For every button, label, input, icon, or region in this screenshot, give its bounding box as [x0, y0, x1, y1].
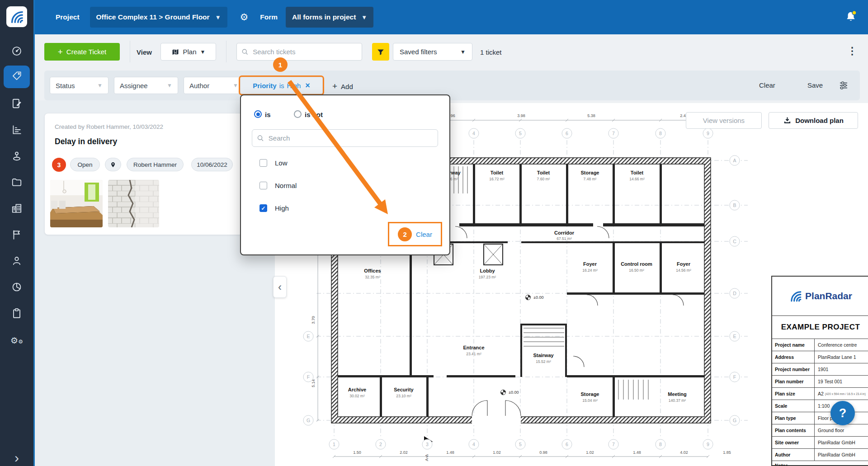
location-pill[interactable]	[105, 158, 121, 171]
room-label: Entrance	[463, 345, 484, 350]
room-label: Corridor	[554, 230, 575, 235]
due-date-pill[interactable]: 10/06/2022	[191, 158, 233, 171]
sidebar-item-tasks[interactable]	[0, 303, 33, 325]
planradar-logo[interactable]	[6, 6, 27, 27]
svg-text:6: 6	[566, 442, 568, 447]
flag-icon	[11, 229, 23, 242]
svg-text:1.02: 1.02	[586, 450, 594, 455]
popup-option-checkbox-2[interactable]	[259, 204, 267, 212]
svg-text:A: A	[733, 158, 736, 163]
toolbar-divider	[226, 41, 226, 62]
sidebar-item-forms[interactable]	[0, 93, 33, 116]
search-icon	[241, 48, 248, 56]
step-1-badge: 1	[273, 57, 288, 72]
ticket-photo-cracked-wall[interactable]	[108, 180, 159, 227]
planradar-logo-icon	[9, 9, 24, 24]
popup-option-checkbox-1[interactable]	[259, 182, 267, 189]
popup-option-label-normal[interactable]: Normal	[275, 182, 297, 189]
funnel-icon	[377, 48, 385, 56]
sidebar-item-statistics[interactable]	[0, 119, 33, 142]
ticket-created-line: Created by Robert Hammer, 10/03/2022	[55, 123, 163, 130]
chevron-down-icon: ▼	[167, 82, 172, 89]
filter-bar: Status▼ Assignee▼ Author▼ Priority is Hi…	[44, 71, 860, 100]
project-selector[interactable]: Office Complex 11 > Ground Floor▼	[90, 7, 227, 28]
view-versions-button[interactable]: View versions	[686, 112, 762, 129]
dashboard-icon	[11, 45, 23, 59]
assignee-pill[interactable]: Robert Hammer	[127, 158, 184, 171]
svg-text:2.02: 2.02	[400, 450, 408, 455]
radio-is[interactable]	[254, 110, 262, 118]
ticket-photo-meeting-room[interactable]	[50, 180, 103, 227]
buildings-icon	[11, 202, 23, 216]
priority-badge: 3	[52, 158, 66, 172]
svg-text:1: 1	[333, 442, 335, 447]
help-button[interactable]: ?	[830, 401, 855, 425]
download-icon	[783, 116, 792, 125]
popup-search-box[interactable]	[252, 129, 438, 147]
sidebar-item-reports[interactable]	[0, 277, 33, 299]
svg-text:C: C	[733, 239, 736, 244]
room-label: Lobby	[480, 268, 495, 273]
svg-text:4.02: 4.02	[680, 450, 688, 455]
svg-text:197.23 m²: 197.23 m²	[479, 275, 496, 279]
room-label: Meeting	[668, 391, 687, 397]
svg-text:7: 7	[612, 131, 615, 136]
filter-toggle-button[interactable]	[372, 43, 389, 61]
popup-option-label-high[interactable]: High	[275, 204, 289, 212]
radio-is-not-label: is not	[305, 111, 323, 118]
sidebar-item-settings[interactable]: ⚙⚙	[0, 329, 33, 352]
svg-text:E: E	[733, 334, 736, 339]
bell-icon	[844, 10, 858, 24]
sidebar-item-tickets[interactable]	[0, 66, 33, 88]
search-tickets-input[interactable]	[252, 47, 357, 56]
popup-search-input[interactable]	[268, 134, 433, 142]
add-filter-button[interactable]: +Add	[332, 81, 353, 91]
filter-chip-author[interactable]: Author▼	[184, 77, 244, 94]
radio-is-not[interactable]	[294, 110, 302, 118]
kebab-menu-icon[interactable]: ⋮	[847, 45, 858, 57]
collapse-panel-button[interactable]: ‹	[273, 276, 287, 298]
search-tickets-box[interactable]	[236, 43, 362, 61]
view-mode-selector[interactable]: Plan ▼	[160, 43, 216, 61]
create-ticket-button[interactable]: + Create Ticket	[44, 43, 120, 61]
stairs-and-elevators	[431, 166, 648, 400]
svg-text:8: 8	[659, 442, 662, 447]
filter-chip-status[interactable]: Status▼	[50, 77, 108, 94]
download-plan-button[interactable]: Download plan	[769, 112, 858, 129]
sidebar-item-users[interactable]	[0, 250, 33, 273]
saved-filters-selector[interactable]: Saved filters ▼	[393, 43, 472, 61]
sidebar-item-dashboard[interactable]	[0, 41, 33, 63]
project-settings-gear-icon[interactable]: ⚙	[240, 12, 249, 23]
svg-text:1.48: 1.48	[633, 450, 641, 455]
room-label: Storage	[581, 391, 599, 397]
sidebar-item-companies[interactable]	[0, 198, 33, 221]
notifications-bell[interactable]	[844, 10, 858, 26]
popup-option-checkbox-0[interactable]	[259, 159, 267, 167]
svg-text:E: E	[307, 334, 310, 339]
sliders-icon[interactable]	[838, 80, 849, 91]
close-icon[interactable]: ×	[305, 81, 310, 90]
sidebar-expand-button[interactable]: ›	[0, 447, 33, 466]
sidebar-item-site-inspection[interactable]	[0, 146, 33, 168]
filter-chip-assignee[interactable]: Assignee▼	[114, 77, 178, 94]
popup-option-label-low[interactable]: Low	[275, 159, 288, 167]
svg-text:3.70: 3.70	[311, 316, 316, 324]
person-pin-icon	[11, 150, 23, 164]
sidebar-item-flags[interactable]	[0, 224, 33, 247]
ticket-card[interactable]: Created by Robert Hammer, 10/03/2022 Del…	[44, 113, 244, 235]
plan-title-block: PlanRadar EXAMPLE PROJECT Project nameCo…	[771, 276, 868, 466]
save-filters-button[interactable]: Save	[807, 81, 823, 89]
room-label: Archive	[348, 387, 366, 392]
sidebar-item-projects[interactable]	[0, 172, 33, 194]
filter-chip-priority-active[interactable]: Priority is High ×	[240, 77, 323, 94]
status-pill[interactable]: Open	[70, 158, 100, 171]
svg-text:7.48 m²: 7.48 m²	[584, 177, 597, 181]
form-selector[interactable]: All forms in project▼	[286, 7, 373, 28]
clear-filters-button[interactable]: Clear	[759, 81, 775, 89]
bar-chart-icon	[11, 124, 23, 137]
popup-clear-button[interactable]: Clear	[416, 231, 432, 238]
svg-text:±0.00: ±0.00	[509, 390, 519, 395]
room-label: Control room	[621, 261, 652, 267]
svg-text:140.37 m²: 140.37 m²	[669, 398, 686, 403]
room-label: Storage	[581, 170, 599, 175]
